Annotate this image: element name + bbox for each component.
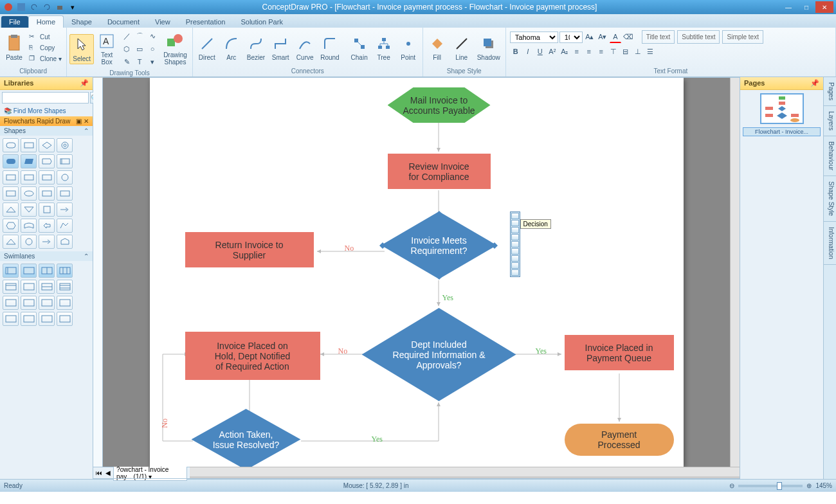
align-top-button[interactable]: ⊤ [608,46,619,57]
style-title[interactable]: Title text [642,30,675,44]
swimlane-item[interactable] [21,280,37,294]
shape-item[interactable] [21,203,37,217]
qat-undo-icon[interactable] [28,1,40,13]
drawing-shapes-button[interactable]: Drawing Shapes [161,31,190,67]
font-family-select[interactable]: Tahoma [510,32,558,43]
mini-tool[interactable] [511,262,519,269]
style-simple[interactable]: Simple text [722,30,763,44]
collapse-icon[interactable]: ⌃ [84,253,89,260]
swimlane-item[interactable] [39,264,55,278]
vtab-layers[interactable]: Layers [824,106,836,136]
align-bottom-button[interactable]: ⊥ [632,46,644,57]
vtab-shapestyle[interactable]: Shape Style [824,176,836,222]
align-center-button[interactable]: ≡ [583,46,595,57]
shape-item[interactable] [21,235,37,249]
tab-presentation[interactable]: Presentation [178,16,233,28]
shape-item[interactable] [57,138,73,152]
grow-font-icon[interactable]: A▴ [584,32,595,43]
qat-more-icon[interactable]: ▾ [67,1,78,13]
shape-item[interactable] [57,170,73,184]
align-middle-button[interactable]: ⊟ [620,46,632,57]
mini-tool[interactable] [511,269,519,276]
draw-curve-icon[interactable]: ∿ [147,30,158,42]
vtab-information[interactable]: Information [824,222,836,265]
mini-tool[interactable] [511,213,519,219]
align-left-button[interactable]: ≡ [571,46,583,57]
shape-item[interactable] [57,235,73,249]
vtab-behaviour[interactable]: Behaviour [824,136,836,176]
mini-tool[interactable] [511,227,519,233]
select-button[interactable]: Select [69,34,94,64]
panel-pin-icon[interactable]: 📌 [80,79,89,87]
tab-nav-prev[interactable]: ◀ [105,469,111,477]
shape-item[interactable] [39,170,55,184]
shape-item[interactable] [57,186,73,201]
shrink-font-icon[interactable]: A▾ [597,32,608,43]
collapse-icon[interactable]: ⌃ [84,127,89,134]
connector-direct[interactable]: Direct [195,33,219,62]
tab-view[interactable]: View [147,16,178,28]
fill-button[interactable]: Fill [426,33,449,62]
node-meets[interactable]: Invoice Meets Requirement? [381,212,497,279]
shape-item[interactable] [3,235,19,249]
swimlane-item[interactable] [57,264,73,278]
shape-item[interactable] [21,186,37,201]
shape-item[interactable] [39,138,55,152]
scrollbar-horizontal[interactable] [190,467,740,476]
tab-file[interactable]: File [1,16,28,28]
draw-rect-icon[interactable]: ▭ [134,43,145,55]
swimlane-item[interactable] [21,296,37,310]
section-controls[interactable]: ▣ ✕ [76,118,89,125]
underline-button[interactable]: U [534,46,546,57]
clone-button[interactable]: ❐Clone▾ [27,54,64,64]
shape-item[interactable] [21,138,37,152]
bold-button[interactable]: B [510,46,522,57]
close-button[interactable]: ✕ [815,1,833,13]
connector-round[interactable]: Round [318,33,341,62]
zoom-out-icon[interactable]: ⊖ [729,482,734,489]
tab-home[interactable]: Home [28,15,64,28]
draw-line-icon[interactable]: ／ [121,30,132,42]
shape-item[interactable] [21,219,37,233]
draw-oval-icon[interactable]: ○ [147,43,158,55]
connector-arc[interactable]: Arc [220,33,243,62]
shape-item[interactable] [3,138,19,152]
drawing-page[interactable]: Mail Invoice to Accounts Payable Review … [150,78,684,467]
connector-smart[interactable]: Smart [269,33,292,62]
textbox-button[interactable]: A Text Box [95,31,118,67]
qat-save-icon[interactable] [15,1,27,13]
page-thumbnail[interactable] [760,93,804,124]
swimlane-item[interactable] [57,296,73,310]
node-action[interactable]: Action Taken, Issue Resolved? [192,409,301,467]
swimlane-item[interactable] [3,264,19,278]
node-start[interactable]: Mail Invoice to Accounts Payable [388,87,491,123]
connector-point[interactable]: Point [397,33,420,62]
maximize-button[interactable]: □ [797,1,815,13]
swimlane-item[interactable] [39,312,55,326]
draw-arc-icon[interactable]: ⌒ [134,30,145,42]
panel-pin-icon[interactable]: 📌 [810,79,819,87]
tab-solution-park[interactable]: Solution Park [233,16,290,28]
align-right-button[interactable]: ≡ [595,46,607,57]
connector-chain[interactable]: Chain [348,33,371,62]
shadow-button[interactable]: Shadow [475,33,503,62]
zoom-slider[interactable] [738,485,803,487]
zoom-in-icon[interactable]: ⊕ [806,482,812,489]
cut-button[interactable]: ✂Cut [27,32,64,42]
mini-tool[interactable] [511,255,519,262]
subscript-button[interactable]: A₂ [559,46,570,57]
node-review[interactable]: Review Invoice for Compliance [388,154,491,189]
shape-item[interactable] [57,219,73,233]
swimlane-item[interactable] [21,312,37,326]
shape-item[interactable] [39,219,55,233]
library-search-input[interactable] [2,92,89,104]
italic-button[interactable]: I [522,46,534,57]
node-dept[interactable]: Dept Included Required Information & App… [362,308,516,401]
line-button[interactable]: Line [450,33,473,62]
swimlane-item[interactable] [39,296,55,310]
paste-button[interactable]: Paste [3,33,26,62]
node-processed[interactable]: Payment Processed [565,424,674,456]
draw-text-icon[interactable]: T [134,56,145,68]
draw-poly-icon[interactable]: ⬡ [121,43,132,55]
swimlane-item[interactable] [57,312,73,326]
